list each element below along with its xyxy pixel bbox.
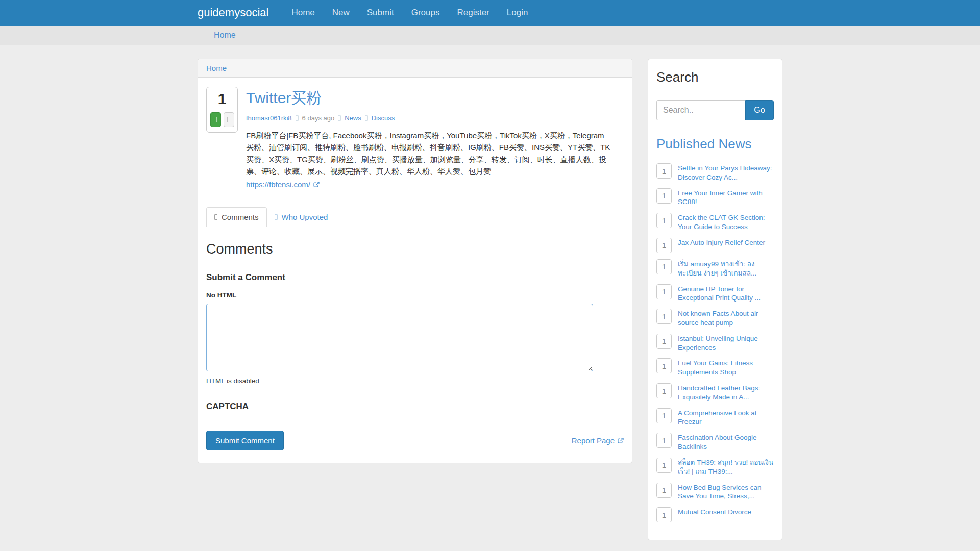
news-count-badge: 1 (656, 483, 672, 498)
news-count-badge: 1 (656, 238, 672, 253)
news-item: 1 Not known Facts About air source heat … (656, 309, 774, 328)
vote-widget: 1 (206, 87, 238, 133)
post-title: Twitter买粉 (246, 88, 610, 109)
post-time: 6 days ago (302, 114, 335, 122)
breadcrumb-home-link[interactable]: Home (214, 31, 236, 39)
breadcrumb-bar: Home (0, 26, 980, 45)
news-link[interactable]: How Bed Bug Services can Save You Time, … (678, 483, 774, 502)
sidebar: Search Go Published News 1 Settle in You… (648, 59, 782, 540)
comment-textarea[interactable] (206, 304, 593, 371)
news-count-badge: 1 (656, 358, 672, 373)
card-breadcrumb-home-link[interactable]: Home (206, 64, 227, 72)
post-title-link[interactable]: Twitter买粉 (246, 89, 322, 106)
captcha-heading: CAPTCHA (206, 402, 624, 412)
news-item: 1 Settle in Your Parys Hideaway: Discove… (656, 163, 774, 182)
news-count-badge: 1 (656, 433, 672, 448)
news-count-badge: 1 (656, 213, 672, 228)
vote-up-button[interactable] (210, 112, 221, 127)
news-link[interactable]: Free Your Inner Gamer with SC88! (678, 188, 774, 207)
report-page-link[interactable]: Report Page (572, 436, 615, 445)
comments-tab-icon (214, 214, 217, 220)
meta-separator-icon (296, 115, 299, 121)
nav-login[interactable]: Login (498, 0, 537, 26)
vote-count: 1 (209, 90, 235, 108)
nav-new[interactable]: New (324, 0, 358, 26)
news-count-badge: 1 (656, 284, 672, 299)
news-count-badge: 1 (656, 458, 672, 473)
news-link[interactable]: Fascination About Google Backlinks (678, 433, 774, 452)
news-item: 1 Istanbul: Unveiling Unique Experiences (656, 334, 774, 353)
meta-separator-icon (365, 115, 368, 121)
news-item: 1 Jax Auto Injury Relief Center (656, 238, 774, 253)
news-list: 1 Settle in Your Parys Hideaway: Discove… (656, 163, 774, 522)
no-html-label: No HTML (206, 291, 624, 299)
who-upvoted-tab-icon (275, 214, 278, 220)
search-input[interactable] (656, 100, 745, 120)
news-link[interactable]: A Comprehensive Look at Freezur (678, 408, 774, 427)
news-count-badge: 1 (656, 383, 672, 398)
nav-groups[interactable]: Groups (403, 0, 449, 26)
news-count-badge: 1 (656, 408, 672, 423)
brand-link[interactable]: guidemysocial (198, 6, 268, 19)
tab-who-upvoted[interactable]: Who Upvoted (267, 207, 336, 227)
news-link[interactable]: Crack the CLAT GK Section: Your Guide to… (678, 213, 774, 232)
nav-submit[interactable]: Submit (358, 0, 403, 26)
card-breadcrumb: Home (198, 59, 632, 78)
navbar: guidemysocial Home New Submit Groups Reg… (0, 0, 980, 26)
meta-separator-icon (338, 115, 341, 121)
main-nav: Home New Submit Groups Register Login (283, 0, 536, 26)
news-item: 1 Mutual Consent Divorce (656, 507, 774, 522)
news-link[interactable]: Mutual Consent Divorce (678, 507, 751, 517)
news-link[interactable]: Jax Auto Injury Relief Center (678, 238, 765, 247)
news-link[interactable]: Handcrafted Leather Bags: Exquisitely Ma… (678, 383, 774, 402)
news-link[interactable]: Settle in Your Parys Hideaway: Discover … (678, 163, 774, 182)
post-external-url-link[interactable]: https://fbfensi.com/ (246, 180, 310, 189)
news-item: 1 Handcrafted Leather Bags: Exquisitely … (656, 383, 774, 402)
news-link[interactable]: Genuine HP Toner for Exceptional Print Q… (678, 284, 774, 303)
news-count-badge: 1 (656, 309, 672, 324)
nav-register[interactable]: Register (448, 0, 498, 26)
vote-bury-icon (227, 117, 230, 122)
external-link-icon (313, 182, 320, 188)
external-link-icon (618, 438, 624, 444)
news-item: 1 สล็อต TH39: สนุก! รวย! ถอนเงินเร็ว! | … (656, 458, 774, 477)
comments-tabs: Comments Who Upvoted (206, 207, 624, 227)
post-meta: thomasr061rki8 6 days ago News Discuss (246, 114, 610, 122)
news-count-badge: 1 (656, 334, 672, 349)
tab-comments-label: Comments (222, 213, 259, 221)
post-category-link[interactable]: News (345, 114, 361, 122)
search-go-button[interactable]: Go (745, 100, 774, 120)
html-disabled-note: HTML is disabled (206, 377, 624, 385)
news-link[interactable]: Istanbul: Unveiling Unique Experiences (678, 334, 774, 353)
news-count-badge: 1 (656, 507, 672, 522)
text-cursor (212, 309, 212, 316)
news-item: 1 Fuel Your Gains: Fitness Supplements S… (656, 358, 774, 377)
search-heading: Search (656, 69, 774, 92)
nav-home[interactable]: Home (283, 0, 323, 26)
post: 1 Twitter买粉 thomasr061rki8 6 days ago Ne… (206, 87, 624, 189)
news-item: 1 A Comprehensive Look at Freezur (656, 408, 774, 427)
main-card: Home 1 Twitter买粉 thomasr061rki8 6 days (198, 59, 632, 463)
news-link[interactable]: เริ่ม amuay99 ทางเข้า: ลงทะเบียน ง่ายๆ เ… (678, 259, 774, 278)
vote-bury-button[interactable] (224, 112, 234, 127)
news-item: 1 Free Your Inner Gamer with SC88! (656, 188, 774, 207)
news-item: 1 How Bed Bug Services can Save You Time… (656, 483, 774, 502)
tab-comments[interactable]: Comments (206, 207, 267, 227)
news-link[interactable]: Fuel Your Gains: Fitness Supplements Sho… (678, 358, 774, 377)
post-description: FB刷粉平台|FB买粉平台, Facebook买粉，Instagram买粉，Yo… (246, 130, 610, 177)
news-item: 1 เริ่ม amuay99 ทางเข้า: ลงทะเบียน ง่ายๆ… (656, 259, 774, 278)
submit-comment-button[interactable]: Submit Comment (206, 431, 284, 450)
comments-heading: Comments (206, 241, 624, 257)
search-group: Go (656, 100, 774, 120)
news-item: 1 Crack the CLAT GK Section: Your Guide … (656, 213, 774, 232)
post-discuss-link[interactable]: Discuss (372, 114, 395, 122)
news-item: 1 Genuine HP Toner for Exceptional Print… (656, 284, 774, 303)
submit-comment-heading: Submit a Comment (206, 272, 624, 283)
news-item: 1 Fascination About Google Backlinks (656, 433, 774, 452)
news-count-badge: 1 (656, 163, 672, 179)
news-link[interactable]: สล็อต TH39: สนุก! รวย! ถอนเงินเร็ว! | เก… (678, 458, 774, 477)
tab-who-upvoted-label: Who Upvoted (282, 213, 328, 221)
vote-up-icon (214, 117, 217, 122)
news-link[interactable]: Not known Facts About air source heat pu… (678, 309, 774, 328)
post-author-link[interactable]: thomasr061rki8 (246, 114, 292, 122)
